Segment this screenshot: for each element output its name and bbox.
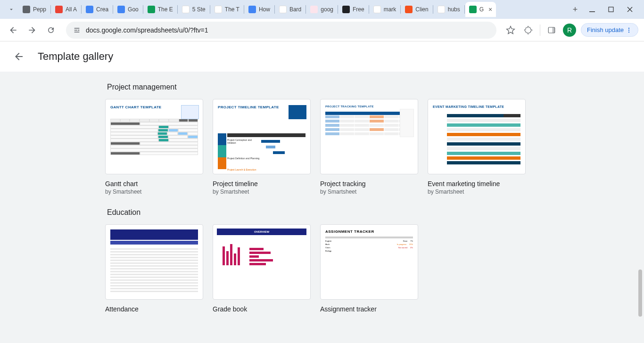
section-title: Project management [105, 83, 539, 91]
browser-tab[interactable]: Clien [401, 2, 432, 17]
gallery-body[interactable]: Project management GANTT CHART TEMPLATE [0, 72, 644, 343]
browser-toolbar: docs.google.com/spreadsheets/u/0/?ftv=1 … [0, 19, 644, 41]
template-card-gantt-chart[interactable]: GANTT CHART TEMPLATE [105, 99, 203, 195]
tab-title: Pepp [33, 6, 46, 13]
calendar-icon [55, 6, 63, 13]
thumb-label: Project Conception and Initiation [227, 139, 260, 144]
template-author: by Smartsheet [213, 188, 311, 195]
svg-rect-1 [609, 7, 613, 12]
thumb-label: Project Launch & Execution [227, 168, 260, 171]
minimize-button[interactable] [586, 3, 599, 16]
tab-separator [464, 5, 465, 14]
template-author: by Smartsheet [320, 188, 418, 195]
template-thumbnail: EVENT MARKETING TIMELINE TEMPLATE [428, 99, 526, 174]
docs-icon [117, 6, 125, 13]
template-author: by Smartsheet [105, 188, 203, 195]
thumb-title: OVERVIEW [217, 229, 306, 235]
template-thumbnail: PROJECT TRACKING TEMPLATE [320, 99, 418, 174]
svg-rect-4 [552, 27, 554, 33]
close-tab-icon[interactable]: × [488, 6, 492, 13]
thumb-title: EVENT MARKETING TIMELINE TEMPLATE [433, 105, 520, 108]
template-thumbnail [105, 224, 203, 300]
template-thumbnail: PROJECT TIMELINE TEMPLATE Project Concep… [213, 99, 311, 174]
tab-separator [143, 5, 143, 14]
finish-update-button[interactable]: Finish update [581, 23, 638, 37]
etsy-icon [405, 6, 413, 13]
sheets-icon [469, 6, 477, 13]
tab-separator [433, 5, 433, 14]
close-window-button[interactable] [623, 3, 636, 16]
tab-title: goog [321, 6, 333, 13]
maximize-button[interactable] [604, 3, 618, 16]
thumb-title: ASSIGNMENT TRACKER [321, 225, 418, 236]
browser-tab[interactable]: hubs [434, 2, 464, 17]
template-card-grade-book[interactable]: OVERVIEW [213, 224, 311, 313]
docs-icon [86, 6, 93, 13]
browser-tab[interactable]: G× [465, 2, 496, 17]
template-card-attendance[interactable]: Attendance [105, 224, 203, 313]
browser-tab-strip: PeppAll ACreaGooThe E5 SteThe THowBardgo… [0, 0, 644, 19]
tab-separator [369, 5, 369, 14]
gallery-back-button[interactable] [11, 49, 26, 64]
tab-title: hubs [448, 6, 460, 13]
reload-button[interactable] [43, 23, 58, 38]
section-title: Education [105, 208, 539, 217]
browser-tab[interactable]: Goo [114, 2, 142, 17]
template-card-project-tracking[interactable]: PROJECT TRACKING TEMPLATE [320, 99, 418, 195]
template-name: Grade book [213, 305, 311, 313]
scrollbar-thumb[interactable] [638, 270, 642, 317]
template-name: Project timeline [213, 180, 311, 188]
browser-tab[interactable]: 5 Ste [178, 2, 209, 17]
browser-tab[interactable]: mark [370, 2, 400, 17]
template-thumbnail: OVERVIEW [213, 224, 311, 300]
svg-rect-0 [589, 11, 595, 12]
side-panel-icon[interactable] [545, 24, 558, 37]
template-name: Assignment tracker [320, 305, 418, 313]
browser-tab[interactable]: All A [51, 2, 81, 17]
svg-point-2 [78, 29, 80, 31]
tab-title: mark [384, 6, 396, 13]
profile-avatar[interactable]: R [563, 24, 576, 37]
browser-tab[interactable]: How [245, 2, 274, 17]
tab-separator [400, 5, 401, 14]
tab-title: All A [66, 6, 77, 13]
template-card-event-marketing-timeline[interactable]: EVENT MARKETING TIMELINE TEMPLATE [428, 99, 526, 195]
browser-tab[interactable]: goog [306, 2, 337, 17]
tab-title: Goo [128, 6, 139, 13]
update-label: Finish update [587, 26, 624, 33]
clickup-icon [215, 6, 222, 13]
tab-title: The T [225, 6, 239, 13]
new-tab-button[interactable]: + [569, 3, 582, 16]
browser-tab[interactable]: Pepp [19, 2, 50, 17]
craft-icon [310, 6, 318, 13]
back-button[interactable] [6, 23, 21, 38]
template-card-project-timeline[interactable]: PROJECT TIMELINE TEMPLATE Project Concep… [213, 99, 311, 195]
browser-tab[interactable]: Free [339, 2, 368, 17]
browser-tab[interactable]: The E [144, 2, 177, 17]
tabs-container: PeppAll ACreaGooThe E5 SteThe THowBardgo… [19, 0, 565, 19]
tab-search-dropdown[interactable] [6, 4, 17, 15]
browser-tab[interactable]: Crea [82, 2, 112, 17]
forward-button[interactable] [25, 23, 40, 38]
tab-separator [305, 5, 306, 14]
template-name: Attendance [105, 305, 203, 313]
tab-separator [177, 5, 178, 14]
tab-separator [113, 5, 113, 14]
docs-icon [248, 6, 256, 13]
toolbar-separator [540, 24, 540, 36]
browser-tab[interactable]: The T [211, 2, 243, 17]
thumb-title: PROJECT TRACKING TEMPLATE [325, 105, 413, 108]
browser-tab[interactable]: Bard [275, 2, 305, 17]
address-bar[interactable]: docs.google.com/spreadsheets/u/0/?ftv=1 [66, 22, 496, 39]
svg-point-7 [628, 31, 629, 32]
tab-separator [244, 5, 244, 14]
thumb-label: Project Definition and Planning [227, 157, 260, 160]
tab-separator [338, 5, 338, 14]
google-icon [438, 6, 445, 13]
extensions-icon[interactable] [522, 24, 535, 37]
bookmark-star-icon[interactable] [504, 24, 517, 37]
template-card-assignment-tracker[interactable]: ASSIGNMENT TRACKER EnglishDone7% MathIn … [320, 224, 418, 313]
section-project-management: Project management GANTT CHART TEMPLATE [105, 83, 539, 195]
site-settings-icon[interactable] [73, 26, 81, 34]
template-name: Gantt chart [105, 180, 203, 188]
